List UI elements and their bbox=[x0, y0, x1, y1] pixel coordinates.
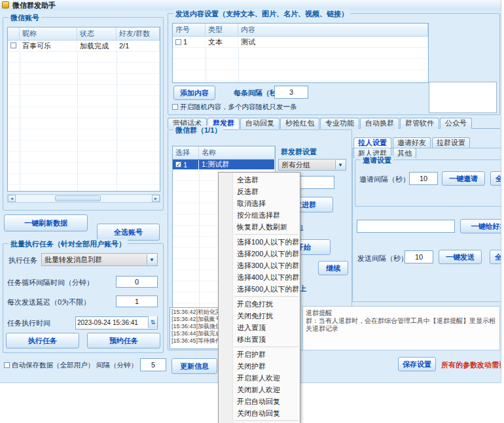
invite-settings-groupbox: 邀请设置 邀请间隔（秒） 一键邀请 全部邀请 bbox=[355, 160, 501, 207]
friend-message-input[interactable] bbox=[357, 220, 455, 233]
scroll-thumb[interactable] bbox=[55, 195, 101, 201]
menu-item-disable-welcome[interactable]: 关闭新人欢迎 bbox=[219, 384, 300, 396]
task-label: 执行任务 bbox=[9, 256, 37, 265]
content-row[interactable]: 1 文本 测试 bbox=[173, 37, 428, 48]
content-table[interactable]: 序号 类型 内容 1 文本 测试 bbox=[172, 23, 429, 83]
accounts-header-status: 状态 bbox=[77, 27, 117, 40]
tab-official-account[interactable]: 公众号 bbox=[440, 118, 472, 129]
batch-group-title: 批量执行任务（针对全部用户账号） bbox=[9, 239, 128, 249]
menu-item-disable-group-protect[interactable]: 关闭护群 bbox=[219, 360, 300, 372]
accounts-header-nick: 昵称 bbox=[20, 27, 77, 40]
tab-auto-switch-group[interactable]: 自动换群 bbox=[360, 118, 399, 129]
accounts-empty-rows bbox=[8, 52, 160, 192]
chevron-down-icon[interactable]: ▼ bbox=[147, 254, 156, 265]
group-filter-combobox[interactable]: 所有分组 ▼ bbox=[278, 159, 346, 171]
update-info-button[interactable]: 更新信息 bbox=[171, 358, 217, 374]
scroll-right-icon[interactable]: ► bbox=[152, 195, 160, 202]
send-to-friends-button[interactable]: 一键给好友发送 bbox=[460, 219, 501, 233]
content-row-body: 测试 bbox=[238, 37, 428, 48]
invite-all-button[interactable]: 全部邀请 bbox=[490, 171, 501, 186]
menu-item-pin-group[interactable]: 进入置顶 bbox=[219, 322, 300, 333]
group-row-selected[interactable]: 1 1:测试群 bbox=[173, 160, 275, 170]
menu-item-enable-mute[interactable]: 开启免打扰 bbox=[219, 298, 300, 310]
menu-separator bbox=[234, 347, 298, 347]
grid-column-divider bbox=[206, 48, 206, 83]
send-interval-input[interactable] bbox=[405, 250, 433, 263]
menu-item-enable-welcome[interactable]: 开启新人欢迎 bbox=[219, 372, 300, 384]
menu-item-select-under-100[interactable]: 选择100人以下的群 bbox=[219, 236, 300, 248]
menu-item-unpin-group[interactable]: 移出置顶 bbox=[219, 333, 300, 345]
menu-item-select-under-300[interactable]: 选择300人以下的群 bbox=[219, 260, 300, 271]
send-delay-input[interactable] bbox=[116, 296, 158, 307]
accounts-hscrollbar[interactable]: ◄ ► bbox=[7, 194, 160, 203]
account-row[interactable]: 百事可乐 加载完成 2/1 bbox=[8, 41, 160, 52]
add-content-button[interactable]: 添加内容 bbox=[173, 86, 215, 100]
group-target-label: 群发群设置 bbox=[281, 147, 317, 157]
content-preview-box[interactable] bbox=[429, 82, 497, 113]
content-row-no: 1 bbox=[183, 38, 187, 46]
menu-item-enable-group-protect[interactable]: 开启护群 bbox=[219, 348, 300, 360]
group-checkbox[interactable] bbox=[175, 161, 181, 167]
group-row-name: 1:测试群 bbox=[199, 159, 275, 170]
one-key-invite-button[interactable]: 一键邀请 bbox=[442, 171, 485, 186]
subtab-pull-group[interactable]: 拉群设置 bbox=[432, 137, 470, 148]
tab-red-packet[interactable]: 秒抢红包 bbox=[280, 118, 319, 129]
account-counts: 2/1 bbox=[117, 41, 160, 50]
menu-item-disable-auto-reply[interactable]: 关闭自动回复 bbox=[219, 407, 300, 419]
exec-time-input[interactable] bbox=[75, 316, 158, 330]
scroll-left-icon[interactable]: ◄ bbox=[8, 195, 16, 202]
accounts-table[interactable]: 昵称 状态 好友/群数 百事可乐 加载完成 2/1 bbox=[7, 27, 160, 192]
tab-auto-reply[interactable]: 自动回复 bbox=[240, 118, 279, 129]
content-header-type: 类型 bbox=[206, 24, 238, 36]
task-combobox[interactable]: 批量转发消息到群 ▼ bbox=[41, 253, 158, 266]
menu-item-select-under-500[interactable]: 选择500人以下的群 bbox=[219, 283, 300, 295]
menu-item-select-all-groups[interactable]: 全选群 bbox=[219, 174, 300, 186]
run-task-button[interactable]: 执行任务 bbox=[6, 333, 79, 348]
content-row-type: 文本 bbox=[206, 37, 238, 48]
exec-time-picker[interactable]: ⇅ bbox=[75, 316, 158, 329]
right-sub-tab-strip: 拉人设置 邀请好友 拉群设置 新人进群 其他 bbox=[353, 137, 501, 148]
tab-group-manage[interactable]: 群管软件 bbox=[400, 118, 439, 129]
accounts-group-title: 微信账号 bbox=[9, 13, 41, 23]
save-settings-button[interactable]: 保存设置 bbox=[398, 357, 436, 371]
refresh-data-button[interactable]: 一键刷新数据 bbox=[4, 214, 88, 231]
select-all-accounts-button[interactable]: 全选账号 bbox=[97, 224, 160, 241]
one-key-send-button[interactable]: 一键发送 bbox=[439, 250, 482, 264]
chevron-down-icon[interactable]: ▼ bbox=[335, 160, 345, 169]
menu-item-select-under-200[interactable]: 选择200人以下的群 bbox=[219, 248, 300, 260]
screen: 微信群发助手 微信账号 昵称 状态 好友/群数 百事可乐 加载完成 2/1 bbox=[0, 0, 504, 423]
app-icon bbox=[2, 1, 9, 8]
menu-item-select-under-400[interactable]: 选择400人以下的群 bbox=[219, 271, 300, 283]
autosave-checkbox[interactable] bbox=[4, 362, 10, 368]
loop-interval-label: 任务循环间隔时间（分钟） bbox=[7, 278, 94, 288]
random-content-checkbox[interactable] bbox=[172, 104, 178, 110]
send-delay-label: 每次发送延迟（0为不限） bbox=[7, 297, 90, 307]
autosave-interval-input[interactable] bbox=[140, 358, 166, 371]
invite-interval-input[interactable] bbox=[409, 172, 438, 185]
tab-pro-features[interactable]: 专业功能 bbox=[320, 118, 359, 129]
group-row-no: 1 bbox=[183, 161, 187, 169]
loop-interval-input[interactable] bbox=[116, 276, 158, 288]
subtab-pull-people[interactable]: 拉人设置 bbox=[353, 137, 391, 148]
menu-item-disable-mute[interactable]: 关闭免打扰 bbox=[219, 310, 300, 322]
subtab-invite-friend[interactable]: 邀请好友 bbox=[393, 137, 431, 148]
schedule-task-button[interactable]: 预约任务 bbox=[87, 333, 160, 348]
spinner-icon[interactable]: ⇅ bbox=[148, 316, 157, 328]
menu-item-refresh-member-count[interactable]: 恢复群人数刷新 bbox=[219, 221, 300, 233]
menu-item-clear-selection[interactable]: 取消选择 bbox=[219, 197, 300, 209]
content-header-no: 序号 bbox=[173, 24, 206, 36]
menu-item-select-by-category[interactable]: 按分组选择群 bbox=[219, 209, 300, 221]
continue-button[interactable]: 继续 bbox=[318, 261, 348, 275]
accounts-header-counts: 好友/群数 bbox=[117, 27, 160, 40]
groups-header-name: 名称 bbox=[199, 146, 275, 159]
msg-interval-input[interactable] bbox=[274, 86, 308, 99]
account-checkbox[interactable] bbox=[10, 42, 16, 48]
accounts-header-checkbox-col bbox=[8, 27, 20, 40]
account-nick: 百事可乐 bbox=[20, 41, 77, 52]
random-content-label: 开启随机内容，多个内容随机只发一条 bbox=[180, 103, 297, 112]
menu-item-enable-auto-reply[interactable]: 开启自动回复 bbox=[219, 396, 300, 407]
menu-item-invert-selection[interactable]: 反选群 bbox=[219, 186, 300, 197]
invite-group-title: 邀请设置 bbox=[361, 156, 393, 165]
send-all-button[interactable]: 全部发送 bbox=[490, 250, 501, 264]
content-row-checkbox[interactable] bbox=[175, 39, 181, 45]
